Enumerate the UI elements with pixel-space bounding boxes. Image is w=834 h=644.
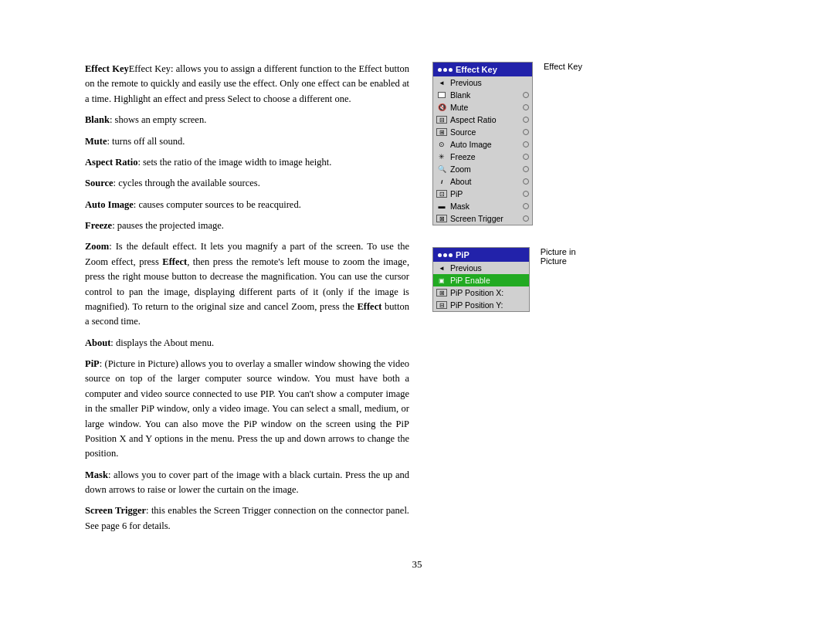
blank-menu-label: Blank bbox=[450, 90, 470, 100]
screen-label: Screen Trigger bbox=[85, 505, 146, 516]
blank-radio bbox=[523, 92, 529, 98]
effect-key-title-bar: Effect Key bbox=[433, 63, 532, 76]
menu-item-previous[interactable]: ◄ Previous bbox=[433, 76, 532, 89]
aspect-text: : sets the ratio of the image width to i… bbox=[137, 157, 331, 168]
pip-radio bbox=[523, 191, 529, 197]
effect-key-side-label: Effect Key bbox=[544, 62, 582, 71]
about-menu-label: About bbox=[450, 177, 471, 186]
source-paragraph: Source: cycles through the available sou… bbox=[85, 176, 409, 191]
zoom-icon: 🔍 bbox=[436, 165, 447, 173]
menu-item-blank[interactable]: Blank bbox=[433, 89, 532, 101]
mute-menu-label: Mute bbox=[450, 103, 468, 112]
pip-previous-label: Previous bbox=[450, 263, 482, 273]
pip-title-bar: PiP bbox=[433, 248, 529, 262]
zoom-menu-label: Zoom bbox=[450, 164, 471, 174]
pip-enable-icon: ▣ bbox=[436, 276, 447, 284]
menu-item-autoimage[interactable]: ⊙ Auto Image bbox=[433, 138, 532, 151]
pip-side-label: Picture in Picture bbox=[541, 247, 602, 266]
aspect-label: Aspect Ratio bbox=[85, 157, 137, 168]
pip-menu-item-enable[interactable]: ▣ PiP Enable bbox=[433, 274, 529, 286]
pip-paragraph: PiP: (Picture in Picture) allows you to … bbox=[85, 357, 409, 462]
aspect-paragraph: Aspect Ratio: sets the ratio of the imag… bbox=[85, 155, 409, 170]
right-column: Effect Key ◄ Previous Blank bbox=[432, 62, 602, 540]
autoimage-menu-label: Auto Image bbox=[450, 140, 492, 149]
menu-item-screen-trigger[interactable]: ⊠ Screen Trigger bbox=[433, 212, 532, 225]
freeze-icon: ✳ bbox=[436, 153, 447, 161]
pip-menu-box: PiP ◄ Previous ▣ PiP Enable ⊞ bbox=[432, 247, 530, 312]
menu-item-mute[interactable]: 🔇 Mute bbox=[433, 101, 532, 114]
zoom-label: Zoom bbox=[85, 241, 109, 252]
autoimage-label: Auto Image bbox=[85, 199, 134, 210]
about-text: : displays the About menu. bbox=[110, 337, 214, 348]
blank-icon bbox=[436, 91, 447, 99]
mute-icon: 🔇 bbox=[436, 103, 447, 111]
menu-item-aspect[interactable]: ⊟ Aspect Ratio bbox=[433, 114, 532, 126]
pip-pos-x-label: PiP Position X: bbox=[450, 288, 503, 297]
menu-item-pip[interactable]: ⊡ PiP bbox=[433, 188, 532, 200]
page-number: 35 bbox=[85, 558, 749, 571]
mask-paragraph: Mask: allows you to cover part of the im… bbox=[85, 468, 409, 498]
mute-text: : turns off all sound. bbox=[107, 136, 185, 147]
dot2 bbox=[443, 68, 447, 72]
pip-menu-title: PiP bbox=[456, 250, 470, 259]
screen-paragraph: Screen Trigger: this enables the Screen … bbox=[85, 503, 409, 534]
effect-key-bold: Effect Key bbox=[85, 63, 129, 74]
pip-pos-y-icon: ⊟ bbox=[436, 301, 447, 309]
blank-text: : shows an empty screen. bbox=[110, 114, 206, 125]
effect-key-menu: Effect Key ◄ Previous Blank bbox=[432, 62, 533, 225]
autoimage-radio bbox=[523, 141, 529, 147]
freeze-menu-label: Freeze bbox=[450, 152, 476, 161]
mask-radio bbox=[523, 203, 529, 209]
autoimage-paragraph: Auto Image: causes computer sources to b… bbox=[85, 198, 409, 212]
aspect-icon: ⊟ bbox=[436, 116, 447, 124]
blank-paragraph: Blank: shows an empty screen. bbox=[85, 113, 409, 127]
freeze-paragraph: Freeze: pauses the projected image. bbox=[85, 219, 409, 233]
content-area: Effect KeyEffect Key: allows you to assi… bbox=[85, 62, 749, 540]
pip-dot1 bbox=[438, 253, 442, 257]
pip-menu-item-pos-x[interactable]: ⊞ PiP Position X: bbox=[433, 286, 529, 299]
text-column: Effect KeyEffect Key: allows you to assi… bbox=[85, 62, 409, 540]
zoom-radio bbox=[523, 166, 529, 172]
mask-icon: ▬ bbox=[436, 202, 447, 210]
pip-enable-label: PiP Enable bbox=[450, 276, 490, 285]
aspect-radio bbox=[523, 117, 529, 123]
pip-dot2 bbox=[443, 253, 447, 257]
previous-icon: ◄ bbox=[436, 79, 447, 86]
menu-item-zoom[interactable]: 🔍 Zoom bbox=[433, 163, 532, 175]
pip-dot3 bbox=[449, 253, 453, 257]
mute-label: Mute bbox=[85, 136, 107, 147]
screen-trigger-menu-label: Screen Trigger bbox=[450, 214, 503, 223]
menu-item-about[interactable]: i About bbox=[433, 175, 532, 188]
pip-menu-label: PiP bbox=[450, 189, 463, 198]
freeze-radio bbox=[523, 154, 529, 160]
zoom-paragraph: Zoom: Is the default effect. It lets you… bbox=[85, 239, 409, 329]
previous-label: Previous bbox=[450, 78, 482, 87]
effect-key-title: Effect Key bbox=[456, 65, 497, 74]
source-label: Source bbox=[85, 178, 114, 188]
pip-menu-item-pos-y[interactable]: ⊟ PiP Position Y: bbox=[433, 299, 529, 311]
menu-item-source[interactable]: ⊞ Source bbox=[433, 126, 532, 138]
pip-icon: ⊡ bbox=[436, 190, 447, 198]
about-radio bbox=[523, 178, 529, 185]
autoimage-text: : causes computer sources to be reacquir… bbox=[134, 199, 301, 210]
intro-paragraph: Effect KeyEffect Key: allows you to assi… bbox=[85, 62, 409, 107]
pip-menu-dots bbox=[438, 253, 453, 257]
dot3 bbox=[449, 68, 453, 72]
source-menu-label: Source bbox=[450, 127, 476, 137]
aspect-menu-label: Aspect Ratio bbox=[450, 115, 497, 124]
pip-text: : (Picture in Picture) allows you to ove… bbox=[85, 358, 409, 459]
about-paragraph: About: displays the About menu. bbox=[85, 336, 409, 351]
about-label: About bbox=[85, 337, 110, 348]
pip-label: PiP bbox=[85, 358, 100, 369]
zoom-text: : Is the default effect. It lets you mag… bbox=[85, 241, 409, 327]
menu-item-mask[interactable]: ▬ Mask bbox=[433, 200, 532, 212]
dot1 bbox=[438, 68, 442, 72]
pip-menu-item-previous[interactable]: ◄ Previous bbox=[433, 262, 529, 274]
menu-dots bbox=[438, 68, 453, 72]
source-radio bbox=[523, 129, 529, 135]
freeze-label: Freeze bbox=[85, 220, 112, 231]
menu-item-freeze[interactable]: ✳ Freeze bbox=[433, 151, 532, 163]
freeze-text: : pauses the projected image. bbox=[112, 220, 224, 231]
mute-radio bbox=[523, 104, 529, 110]
screen-trigger-icon: ⊠ bbox=[436, 215, 447, 222]
